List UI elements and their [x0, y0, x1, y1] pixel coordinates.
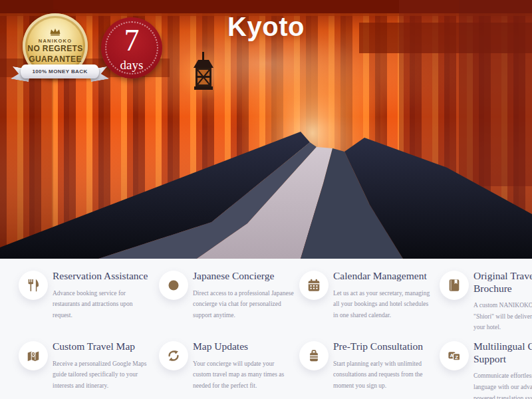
guarantee-ribbon-text: 100% MONEY BACK — [32, 68, 87, 74]
guarantee-ribbon: 100% MONEY BACK — [11, 63, 109, 82]
feature-description: Advance booking service for restaurants … — [53, 288, 154, 321]
feature-title: Japanese Concierge — [193, 270, 294, 283]
feature-description: Communicate effortlessly in any language… — [473, 370, 532, 399]
luggage-icon — [299, 341, 329, 370]
guarantee-badge: NANIKOKO NO REGRETS GUARANTEE 100% MONEY… — [15, 9, 105, 84]
svg-text:Z: Z — [455, 354, 458, 360]
feature-description: Your concierge will update your custom t… — [193, 358, 294, 392]
feature-title: Multilingual Chat Support — [473, 340, 532, 365]
translate-icon: A Z — [440, 341, 469, 370]
chat-dot-icon — [159, 271, 188, 300]
feature-pre-trip-consultation: Pre-Trip Consultation Start planning ear… — [299, 338, 434, 399]
feature-map-updates: Map Updates Your concierge will update y… — [159, 338, 294, 399]
feature-description: Direct access to a professional Japanese… — [193, 288, 294, 321]
brochure-icon — [440, 271, 469, 300]
feature-title: Map Updates — [193, 340, 294, 353]
feature-multilingual-chat-support: A Z Multilingual Chat Support Communicat… — [440, 338, 532, 399]
feature-title: Calendar Management — [333, 270, 434, 283]
hero-section: Kyoto NANIKOKO NO REGRETS GUARANTEE 100%… — [0, 0, 532, 259]
feature-original-travel-brochure: Original Travel Brochure A custom NANIKO… — [440, 268, 532, 333]
feature-title: Original Travel Brochure — [473, 270, 532, 295]
feature-japanese-concierge: Japanese Concierge Direct access to a pr… — [159, 268, 294, 333]
feature-description: Start planning early with unlimited cons… — [333, 358, 434, 392]
feature-description: Let us act as your secretary, managing a… — [333, 288, 434, 321]
sync-icon — [159, 341, 188, 370]
features-grid: Reservation Assistance Advance booking s… — [0, 259, 532, 399]
feature-title: Custom Travel Map — [53, 340, 154, 353]
duration-unit: days — [120, 59, 144, 71]
guarantee-line1: NO REGRETS — [27, 44, 82, 55]
feature-description: A custom NANIKOKO travel itinerary "Shio… — [473, 300, 532, 333]
crown-icon — [49, 27, 61, 36]
duration-badge: 7 days — [101, 17, 162, 78]
feature-custom-travel-map: Custom Travel Map Receive a personalized… — [19, 338, 154, 399]
feature-description: Receive a personalized Google Maps guide… — [53, 358, 154, 392]
feature-calendar-management: Calendar Management Let us act as your s… — [299, 268, 434, 333]
feature-title: Pre-Trip Consultation — [333, 340, 434, 353]
feature-reservation-assistance: Reservation Assistance Advance booking s… — [19, 268, 154, 333]
duration-number: 7 — [124, 25, 140, 56]
feature-title: Reservation Assistance — [53, 270, 154, 283]
utensils-icon — [19, 271, 48, 300]
calendar-icon — [299, 271, 329, 300]
map-pin-icon — [19, 341, 48, 370]
guarantee-brand: NANIKOKO — [39, 38, 72, 44]
